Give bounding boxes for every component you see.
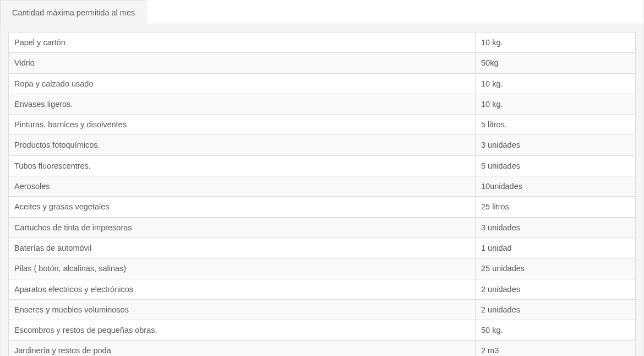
table-container: Papel y cartón10 kg.Vidrio50kgRopa y cal… (1, 24, 643, 356)
row-item-name: Vidrio (9, 53, 476, 73)
row-item-limit: 10unidades (476, 176, 636, 197)
tab-bar: Cantidad máxima permitida al mes (1, 0, 643, 24)
panel: Cantidad máxima permitida al mes Papel y… (0, 0, 644, 356)
row-item-name: Tubos fluorescentres. (9, 155, 476, 176)
row-item-limit: 5 unidades (476, 155, 636, 176)
table-row: Jardinería y restos de poda2 m3 (9, 341, 636, 356)
row-item-limit: 2 unidades (476, 299, 636, 320)
table-row: Productos fotoquímicos.3 unidades (9, 135, 636, 155)
tab-monthly-limit[interactable]: Cantidad máxima permitida al mes (1, 0, 146, 25)
row-item-name: Baterías de automóvil (9, 238, 476, 258)
row-item-name: Cartuchos de tinta de impresoras (9, 217, 476, 238)
row-item-limit: 25 unidades (476, 258, 636, 279)
table-row: Baterías de automóvil1 unidad (9, 238, 636, 258)
row-item-limit: 1 unidad (476, 238, 636, 258)
row-item-name: Envases ligeros. (9, 94, 476, 114)
row-item-limit: 25 litros (476, 197, 636, 217)
table-row: Pilas ( botón, alcalinas, salinas)25 uni… (9, 258, 636, 279)
row-item-limit: 3 unidades (476, 217, 636, 238)
row-item-name: Enseres y muebles voluminosos (9, 299, 476, 320)
table-row: Envases ligeros.10 kg. (9, 94, 636, 114)
tab-bar-spacer (146, 0, 643, 24)
row-item-limit: 2 m3 (476, 341, 636, 356)
table-row: Enseres y muebles voluminosos2 unidades (9, 299, 636, 320)
row-item-limit: 10 kg. (476, 94, 636, 114)
row-item-name: Aceites y grasas vegetales (9, 197, 476, 217)
row-item-name: Productos fotoquímicos. (9, 135, 476, 155)
table-row: Aceites y grasas vegetales25 litros (9, 197, 636, 217)
table-row: Escombros y restos de pequeñas obras.50 … (9, 320, 636, 341)
row-item-limit: 50kg (476, 53, 636, 73)
row-item-name: Papel y cartón (9, 33, 476, 53)
row-item-limit: 2 unidades (476, 279, 636, 299)
row-item-name: Aerosoles (9, 176, 476, 197)
row-item-name: Aparatos electricos y electrónicos (9, 279, 476, 299)
table-row: Papel y cartón10 kg. (9, 33, 636, 53)
limits-table: Papel y cartón10 kg.Vidrio50kgRopa y cal… (8, 32, 636, 356)
row-item-limit: 5 litros. (476, 115, 636, 135)
row-item-name: Ropa y calzado usado (9, 73, 476, 94)
row-item-limit: 3 unidades (476, 135, 636, 155)
table-row: Pinturas, barnices y disolventes5 litros… (9, 115, 636, 135)
table-row: Aerosoles10unidades (9, 176, 636, 197)
table-row: Cartuchos de tinta de impresoras3 unidad… (9, 217, 636, 238)
row-item-limit: 50 kg. (476, 320, 636, 341)
table-row: Aparatos electricos y electrónicos2 unid… (9, 279, 636, 299)
row-item-name: Pilas ( botón, alcalinas, salinas) (9, 258, 476, 279)
row-item-name: Escombros y restos de pequeñas obras. (9, 320, 476, 341)
row-item-name: Jardinería y restos de poda (9, 341, 476, 356)
row-item-limit: 10 kg. (476, 73, 636, 94)
row-item-limit: 10 kg. (476, 33, 636, 53)
table-row: Ropa y calzado usado10 kg. (9, 73, 636, 94)
table-row: Tubos fluorescentres.5 unidades (9, 155, 636, 176)
table-row: Vidrio50kg (9, 53, 636, 73)
row-item-name: Pinturas, barnices y disolventes (9, 115, 476, 135)
